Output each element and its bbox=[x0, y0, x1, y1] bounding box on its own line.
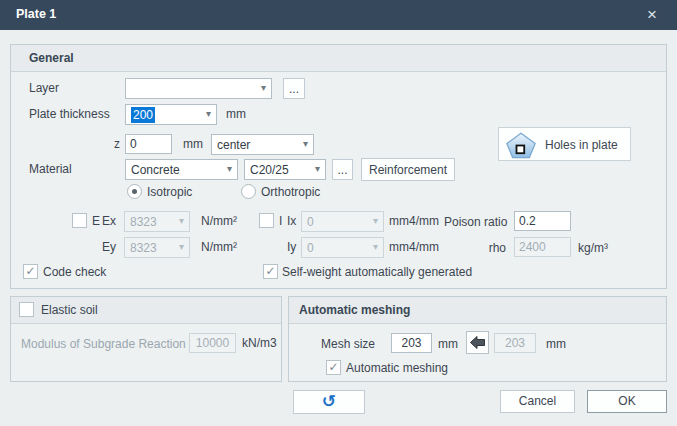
chevron-down-icon: ▾ bbox=[179, 215, 184, 226]
holes-in-plate-label: Holes in plate bbox=[545, 136, 618, 154]
reinforcement-button[interactable]: Reinforcement bbox=[361, 158, 455, 181]
elastic-soil-label: Elastic soil bbox=[41, 300, 98, 320]
mesh-size-label: Mesh size bbox=[321, 334, 375, 354]
elastic-soil-group: Elastic soil Modulus of Subgrade Reactio… bbox=[10, 296, 282, 382]
layer-select[interactable]: ▾ bbox=[125, 78, 272, 99]
ix-value: 0 bbox=[307, 214, 314, 230]
plate-thickness-unit: mm bbox=[226, 104, 246, 124]
material-type-value: Concrete bbox=[131, 162, 180, 178]
chevron-down-icon: ▾ bbox=[315, 163, 320, 174]
e-label: E bbox=[92, 211, 100, 231]
automatic-meshing-header: Automatic meshing bbox=[289, 297, 666, 324]
general-group: General Layer ▾ ... Hole bbox=[10, 44, 667, 289]
holes-in-plate-button[interactable]: Holes in plate bbox=[498, 127, 631, 161]
code-check-label: Code check bbox=[43, 262, 106, 282]
plate-thickness-label: Plate thickness bbox=[29, 104, 110, 124]
rho-input bbox=[514, 237, 571, 257]
z-label: z bbox=[114, 134, 120, 154]
iy-value: 0 bbox=[307, 240, 314, 256]
ex-value: 8323 bbox=[130, 214, 157, 230]
dialog-title: Plate 1 bbox=[16, 7, 56, 21]
mesh-size-linked-input bbox=[494, 333, 536, 353]
modulus-label: Modulus of Subgrade Reaction bbox=[21, 334, 186, 354]
pentagon-icon bbox=[505, 132, 537, 162]
iy-select: 0 ▾ bbox=[301, 237, 384, 258]
ex-label: Ex bbox=[102, 211, 116, 231]
general-group-title: General bbox=[29, 51, 74, 65]
check-icon: ✓ bbox=[25, 264, 35, 278]
layer-browse-button[interactable]: ... bbox=[283, 78, 305, 99]
automatic-meshing-group: Automatic meshing Mesh size mm mm ✓ Auto… bbox=[288, 296, 667, 382]
mesh-size-unit: mm bbox=[438, 334, 458, 354]
iy-unit: mm4/mm bbox=[389, 237, 439, 257]
chevron-down-icon: ▾ bbox=[206, 108, 211, 119]
ey-value: 8323 bbox=[130, 240, 157, 256]
general-group-header: General bbox=[11, 45, 666, 72]
ix-select: 0 ▾ bbox=[301, 211, 384, 232]
mesh-size-linked-unit: mm bbox=[546, 334, 566, 354]
mesh-size-input[interactable] bbox=[391, 333, 432, 353]
ok-button[interactable]: OK bbox=[587, 390, 667, 413]
ey-label: Ey bbox=[102, 237, 116, 257]
chevron-down-icon: ▾ bbox=[303, 138, 308, 149]
undo-button[interactable]: ↺ bbox=[293, 390, 365, 414]
material-browse-button[interactable]: ... bbox=[332, 159, 353, 180]
e-checkbox[interactable] bbox=[72, 213, 87, 228]
layer-label: Layer bbox=[29, 78, 59, 98]
check-icon: ✓ bbox=[328, 360, 338, 374]
elastic-soil-checkbox[interactable] bbox=[19, 302, 34, 317]
undo-icon: ↺ bbox=[322, 392, 336, 411]
code-check-checkbox[interactable]: ✓ bbox=[23, 264, 38, 279]
modulus-unit: kN/m3 bbox=[242, 333, 277, 353]
plate-thickness-value: 200 bbox=[131, 107, 155, 123]
radio-dot bbox=[132, 189, 137, 194]
ex-select: 8323 ▾ bbox=[124, 211, 190, 232]
material-type-select[interactable]: Concrete ▾ bbox=[125, 159, 238, 180]
plate-thickness-select[interactable]: 200 ▾ bbox=[125, 104, 217, 125]
orthotropic-label: Orthotropic bbox=[261, 182, 320, 202]
automatic-meshing-title: Automatic meshing bbox=[299, 303, 410, 317]
z-align-value: center bbox=[217, 137, 250, 153]
elastic-soil-header: Elastic soil bbox=[11, 297, 281, 324]
ix-label: Ix bbox=[287, 211, 296, 231]
ix-unit: mm4/mm bbox=[389, 211, 439, 231]
z-input[interactable] bbox=[125, 134, 172, 154]
chevron-down-icon: ▾ bbox=[261, 82, 266, 93]
isotropic-label: Isotropic bbox=[147, 182, 192, 202]
ex-unit: N/mm² bbox=[201, 211, 237, 231]
material-grade-select[interactable]: C20/25 ▾ bbox=[244, 159, 326, 180]
i-checkbox[interactable] bbox=[259, 213, 274, 228]
z-unit: mm bbox=[183, 134, 203, 154]
self-weight-label: Self-weight automatically generated bbox=[282, 262, 472, 282]
cancel-button[interactable]: Cancel bbox=[500, 390, 575, 413]
copy-mesh-size-button[interactable] bbox=[466, 331, 489, 354]
ey-select: 8323 ▾ bbox=[124, 237, 190, 258]
ey-unit: N/mm² bbox=[201, 237, 237, 257]
material-grade-value: C20/25 bbox=[250, 162, 289, 178]
poison-ratio-label: Poison ratio bbox=[444, 212, 506, 232]
material-label: Material bbox=[29, 159, 72, 179]
poison-ratio-input[interactable] bbox=[514, 211, 571, 231]
orthotropic-radio[interactable] bbox=[241, 184, 256, 199]
dialog-titlebar: Plate 1 × bbox=[0, 0, 677, 30]
iy-label: Iy bbox=[287, 237, 296, 257]
chevron-down-icon: ▾ bbox=[227, 163, 232, 174]
automatic-meshing-checkbox[interactable]: ✓ bbox=[326, 360, 341, 375]
check-icon: ✓ bbox=[265, 264, 275, 278]
chevron-down-icon: ▾ bbox=[373, 215, 378, 226]
rho-unit: kg/m³ bbox=[578, 238, 608, 258]
chevron-down-icon: ▾ bbox=[373, 241, 378, 252]
plate-dialog: Plate 1 × General Layer ▾ ... bbox=[0, 0, 677, 426]
isotropic-radio[interactable] bbox=[127, 184, 142, 199]
i-label: I bbox=[279, 211, 282, 231]
chevron-down-icon: ▾ bbox=[179, 241, 184, 252]
rho-label: rho bbox=[444, 238, 506, 258]
close-icon[interactable]: × bbox=[635, 0, 669, 30]
arrow-left-icon bbox=[467, 336, 488, 349]
automatic-meshing-label: Automatic meshing bbox=[346, 358, 448, 378]
self-weight-checkbox[interactable]: ✓ bbox=[263, 264, 278, 279]
z-align-select[interactable]: center ▾ bbox=[211, 134, 314, 155]
modulus-input bbox=[189, 333, 236, 353]
